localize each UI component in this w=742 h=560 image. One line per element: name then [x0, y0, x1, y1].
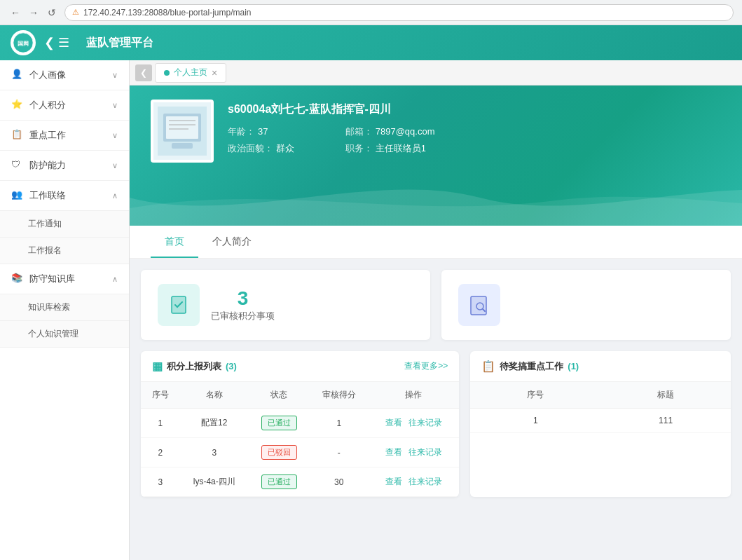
tab-close-icon[interactable]: × [212, 68, 217, 78]
forward-button[interactable]: → [27, 6, 41, 20]
action-link[interactable]: 往来记录 [408, 447, 442, 457]
logo-icon: 国网 [11, 30, 36, 55]
profile-fields: 年龄：37 邮箱：7897@qq.com 政治面貌：群众 职务：主任联络员1 [228, 125, 435, 155]
tab-dot [164, 70, 170, 76]
action-link[interactable]: 查看 [385, 477, 402, 486]
work-cell-seq: 1 [470, 409, 600, 433]
cell-name: 3 [180, 438, 249, 467]
sidebar-label-profile: 个人画像 [29, 69, 107, 81]
profile-email: 邮箱：7897@qq.com [345, 125, 435, 138]
col-seq: 序号 [141, 382, 180, 409]
work-table-card: 📋 待奖搞重点工作 (1) 序号 标题 [470, 351, 731, 497]
sidebar-label-knowledge: 防守知识库 [29, 273, 107, 285]
work-icon: 📋 [11, 129, 24, 142]
score-icon: ⭐ [11, 99, 24, 111]
chevron-down-icon: ∨ [112, 71, 118, 80]
action-link[interactable]: 查看 [385, 418, 402, 428]
sidebar-item-defense[interactable]: 🛡 防护能力 ∨ [0, 151, 129, 181]
cell-seq: 1 [141, 409, 180, 438]
profile-icon: 👤 [11, 69, 24, 81]
sidebar-item-work[interactable]: 📋 重点工作 ∨ [0, 121, 129, 151]
action-link[interactable]: 往来记录 [408, 418, 442, 428]
action-link[interactable]: 查看 [385, 447, 402, 457]
score-table-title-text: 积分上报列表 [167, 360, 221, 373]
chevron-down-icon-2: ∨ [112, 101, 118, 110]
position-value: 主任联络员1 [376, 143, 426, 153]
tables-row: ▦ 积分上报列表 (3) 查看更多>> 序号 名称 [141, 351, 731, 497]
cell-seq: 3 [141, 467, 180, 497]
reload-button[interactable]: ↺ [45, 6, 59, 20]
table-row: 3 lys-4a-四川 已通过 30 查看 往来记录 [141, 467, 459, 497]
sidebar-label-work: 重点工作 [29, 129, 107, 142]
stat-label-approved: 已审核积分事项 [211, 310, 275, 322]
cell-score: - [310, 438, 369, 467]
cell-name: lys-4a-四川 [180, 467, 249, 497]
svg-rect-4 [166, 116, 198, 139]
tab-home-label: 个人主页 [174, 67, 207, 78]
avatar [151, 100, 214, 163]
score-table-count: (3) [226, 361, 237, 371]
sidebar-label-score: 个人积分 [29, 99, 107, 111]
email-value: 7897@qq.com [376, 126, 435, 137]
back-button[interactable]: ← [8, 6, 22, 20]
sidebar-item-knowledge[interactable]: 📚 防守知识库 ∧ [0, 264, 129, 294]
work-card-header: 📋 待奖搞重点工作 (1) [470, 351, 731, 382]
work-table-icon: 📋 [481, 360, 495, 373]
work-col-title: 标题 [600, 382, 731, 409]
col-status: 状态 [249, 382, 310, 409]
status-badge: 已通过 [261, 416, 297, 430]
status-badge: 已通过 [261, 474, 297, 489]
stat-number-approved: 3 [211, 287, 275, 310]
sidebar-label-contact: 工作联络 [29, 189, 107, 202]
stats-row: 3 已审核积分事项 [141, 270, 731, 340]
tab-collapse-button[interactable]: ❮ [135, 64, 152, 81]
sidebar-item-notify[interactable]: 工作通知 [0, 211, 129, 238]
table-row: 1 配置12 已通过 1 查看 往来记录 [141, 409, 459, 438]
svg-rect-8 [172, 143, 193, 149]
tab-home[interactable]: 个人主页 × [155, 63, 226, 83]
score-table-card: ▦ 积分上报列表 (3) 查看更多>> 序号 名称 [141, 351, 459, 497]
sidebar-item-profile[interactable]: 👤 个人画像 ∨ [0, 60, 129, 90]
browser-bar: ← → ↺ ⚠ 172.40.247.139:28088/blue-portal… [0, 0, 742, 25]
sidebar-item-signup[interactable]: 工作报名 [0, 238, 129, 264]
tab-bio[interactable]: 个人简介 [198, 226, 266, 258]
cell-actions: 查看 往来记录 [369, 409, 460, 438]
stat-card-approved: 3 已审核积分事项 [141, 270, 430, 340]
col-name: 名称 [180, 382, 249, 409]
content-area: s60004a刘七七-蓝队指挥官-四川 年龄：37 邮箱：7897@qq.com… [130, 86, 742, 560]
app-container: 国网 ❮ ☰ 蓝队管理平台 👤 个人画像 ∨ ⭐ 个人积分 ∨ 📋 重点工作 ∨ [0, 25, 742, 560]
tab-bar: ❮ 个人主页 × [130, 60, 742, 86]
col-action: 操作 [369, 382, 460, 409]
status-badge: 已驳回 [261, 445, 297, 460]
address-bar[interactable]: ⚠ 172.40.247.139:28088/blue-portal-jump/… [64, 4, 734, 21]
menu-toggle-icon[interactable]: ❮ ☰ [44, 35, 69, 50]
cell-actions: 查看 往来记录 [369, 467, 460, 497]
stat-icon-search [458, 284, 500, 326]
score-table-icon: ▦ [152, 360, 163, 373]
work-table-header-row: 序号 标题 [470, 382, 731, 409]
sidebar-item-score[interactable]: ⭐ 个人积分 ∨ [0, 90, 129, 121]
svg-text:国网: 国网 [18, 40, 29, 47]
profile-position: 职务：主任联络员1 [345, 142, 435, 155]
score-table-more[interactable]: 查看更多>> [404, 360, 448, 372]
profile-politics: 政治面貌：群众 [228, 142, 317, 155]
score-card-header: ▦ 积分上报列表 (3) 查看更多>> [141, 351, 459, 382]
profile-details: s60004a刘七七-蓝队指挥官-四川 年龄：37 邮箱：7897@qq.com… [228, 100, 435, 155]
knowledge-icon: 📚 [11, 273, 24, 285]
cell-score: 30 [310, 467, 369, 497]
chevron-down-icon-3: ∨ [112, 131, 118, 140]
top-nav-title: 蓝队管理平台 [86, 36, 153, 50]
sidebar-item-personal-kb[interactable]: 个人知识管理 [0, 321, 129, 348]
sidebar-item-contact[interactable]: 👥 工作联络 ∧ [0, 181, 129, 211]
tab-homepage[interactable]: 首页 [151, 226, 198, 258]
address-text: 172.40.247.139:28088/blue-portal-jump/ma… [83, 8, 252, 18]
avatar-inner [153, 102, 211, 160]
age-value: 37 [258, 126, 268, 137]
browser-nav: ← → ↺ [8, 6, 59, 20]
age-label: 年龄： [228, 126, 255, 137]
sidebar-item-search-kb[interactable]: 知识库检索 [0, 294, 129, 321]
dashboard: 3 已审核积分事项 [130, 259, 742, 508]
politics-label: 政治面貌： [228, 143, 273, 153]
action-link[interactable]: 往来记录 [408, 477, 442, 486]
cell-name: 配置12 [180, 409, 249, 438]
